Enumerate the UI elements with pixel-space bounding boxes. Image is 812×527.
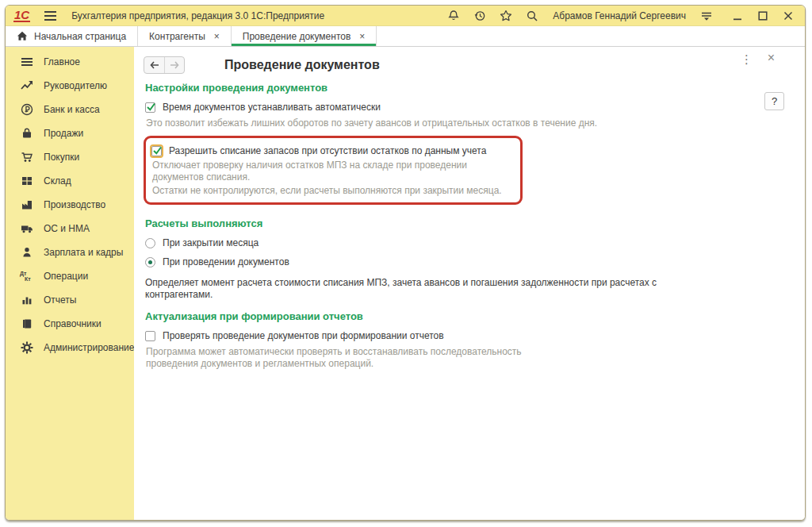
favorites-star-icon[interactable] xyxy=(499,9,513,23)
sidebar-item-label: Зарплата и кадры xyxy=(44,247,123,258)
radio-selected-icon[interactable] xyxy=(145,257,155,267)
current-user-name[interactable]: Абрамов Геннадий Сергеевич xyxy=(553,10,686,21)
sidebar-item-label: Склад xyxy=(44,175,71,187)
sidebar-item-prodazhi[interactable]: Продажи xyxy=(6,121,134,145)
back-button[interactable] xyxy=(144,57,164,73)
page-title: Проведение документов xyxy=(224,58,380,72)
factory-icon xyxy=(20,198,33,211)
home-icon xyxy=(17,31,28,41)
radio-month-close[interactable]: При закрытии месяца xyxy=(145,236,805,250)
sidebar-item-label: Справочники xyxy=(44,318,102,329)
sidebar-item-administrirovanie[interactable]: Администрирование xyxy=(6,336,134,360)
help-button[interactable]: ? xyxy=(764,92,784,110)
more-menu-icon[interactable]: ⋮ xyxy=(741,53,753,65)
sidebar-item-sklad[interactable]: Склад xyxy=(6,169,134,193)
bar-chart-icon xyxy=(20,294,33,306)
sidebar-item-label: Продажи xyxy=(44,128,83,139)
close-panel-icon[interactable]: × xyxy=(768,52,775,64)
radio-on-posting[interactable]: При проведении документов xyxy=(145,255,805,269)
forward-button[interactable] xyxy=(164,57,184,73)
trend-chart-icon xyxy=(20,79,33,92)
sidebar-item-operacii[interactable]: Дт Кт Операции xyxy=(6,264,134,288)
radio-label: При проведении документов xyxy=(163,256,289,267)
checkbox-checked-icon[interactable] xyxy=(145,102,155,113)
checkbox-unchecked-icon[interactable] xyxy=(145,331,155,341)
maximize-button[interactable] xyxy=(756,9,770,23)
window-title: Бухгалтерия предприятия, редакция 3.0 1С… xyxy=(71,10,324,21)
sidebar-item-label: Операции xyxy=(44,271,88,282)
hint-allow-writeoff-line1: Отключает проверку наличия остатков МПЗ … xyxy=(152,160,515,183)
tab-kontragenty[interactable]: Контрагенты × xyxy=(138,26,232,46)
sidebar-item-rukovoditelyu[interactable]: Руководителю xyxy=(6,74,134,98)
checkbox-checked-icon[interactable] xyxy=(151,146,162,156)
calc-section-description: Определяет момент расчета стоимости спис… xyxy=(145,277,704,301)
sidebar-item-label: Покупки xyxy=(44,152,79,163)
checkbox-label: Разрешить списание запасов при отсутстви… xyxy=(169,145,486,156)
tab-close-icon[interactable]: × xyxy=(359,31,365,42)
sidebar-item-spravochniki[interactable]: Справочники xyxy=(6,312,134,336)
credit-glyph: Кт xyxy=(25,276,31,282)
sidebar-item-os-i-nma[interactable]: ОС и НМА xyxy=(6,217,134,240)
truck-icon xyxy=(20,222,33,235)
sidebar-item-label: Руководителю xyxy=(44,80,107,91)
highlight-annotation-box: Разрешить списание запасов при отсутстви… xyxy=(144,136,523,205)
tab-home[interactable]: Начальная страница xyxy=(6,26,138,46)
hint-allow-writeoff-line2: Остатки не контролируются, если расчеты … xyxy=(152,185,515,197)
sections-sidebar: Главное Руководителю Банк и касса Продаж… xyxy=(6,47,134,521)
sidebar-item-label: Отчеты xyxy=(44,294,76,306)
shopping-cart-icon xyxy=(20,151,33,163)
history-nav-buttons xyxy=(144,56,185,74)
checkbox-label: Проверять проведение документов при форм… xyxy=(163,330,444,341)
warehouse-grid-icon xyxy=(20,175,33,187)
close-window-button[interactable] xyxy=(781,9,795,23)
app-window: 1С Бухгалтерия предприятия, редакция 3.0… xyxy=(5,5,806,521)
posting-settings-panel: Проведение документов ⋮ × ? Настройки пр… xyxy=(134,47,805,521)
checkbox-allow-writeoff[interactable]: Разрешить списание запасов при отсутстви… xyxy=(151,144,515,158)
sidebar-item-label: Главное xyxy=(44,56,80,67)
gear-icon xyxy=(20,341,33,354)
tab-kontragenty-label: Контрагенты xyxy=(149,31,205,42)
minimize-button[interactable] xyxy=(730,9,745,23)
person-icon xyxy=(20,246,33,259)
checkbox-auto-time[interactable]: Время документов устанавливать автоматич… xyxy=(145,100,805,114)
book-icon xyxy=(20,317,33,330)
tab-home-label: Начальная страница xyxy=(34,31,126,42)
service-menu-icon[interactable] xyxy=(699,9,714,23)
section-heading-actualization: Актуализация при формировании отчетов xyxy=(145,310,805,322)
sidebar-item-label: Банк и касса xyxy=(44,104,100,115)
checkbox-verify-posting[interactable]: Проверять проведение документов при форм… xyxy=(145,329,805,343)
hint-auto-time: Это позволит избежать лишних оборотов по… xyxy=(146,117,805,129)
hint-verify-posting: Программа может автоматически проверять … xyxy=(146,346,570,370)
shopping-bag-icon xyxy=(20,127,33,140)
notifications-bell-icon[interactable] xyxy=(446,9,461,23)
section-heading-settings: Настройки проведения документов xyxy=(145,82,805,94)
tab-provedenie-label: Проведение документов xyxy=(243,31,351,42)
debit-glyph: Дт xyxy=(20,271,26,276)
radio-unselected-icon[interactable] xyxy=(145,238,155,248)
1c-logo: 1С xyxy=(13,10,30,22)
tab-bar: Начальная страница Контрагенты × Проведе… xyxy=(6,26,805,47)
tab-close-icon[interactable]: × xyxy=(214,31,220,42)
ruble-circle-icon xyxy=(20,103,33,116)
sidebar-item-otchety[interactable]: Отчеты xyxy=(6,288,134,312)
section-heading-calculations: Расчеты выполняются xyxy=(145,217,805,229)
sidebar-item-pokupki[interactable]: Покупки xyxy=(6,145,134,169)
sidebar-item-zarplata-i-kadry[interactable]: Зарплата и кадры xyxy=(6,240,134,264)
sidebar-item-label: ОС и НМА xyxy=(44,223,90,234)
sidebar-item-bank-i-kassa[interactable]: Банк и касса xyxy=(6,98,134,121)
debit-credit-icon: Дт Кт xyxy=(20,270,33,283)
main-menu-icon[interactable] xyxy=(43,9,57,23)
sidebar-item-label: Производство xyxy=(44,199,105,210)
checkbox-label: Время документов устанавливать автоматич… xyxy=(163,102,381,113)
radio-label: При закрытии месяца xyxy=(163,237,259,248)
tab-provedenie-dokumentov[interactable]: Проведение документов × xyxy=(232,26,377,46)
title-bar: 1С Бухгалтерия предприятия, редакция 3.0… xyxy=(6,6,805,26)
main-menu-icon xyxy=(20,56,33,68)
sidebar-item-glavnoe[interactable]: Главное xyxy=(6,50,134,74)
history-icon[interactable] xyxy=(473,9,487,23)
sidebar-item-label: Администрирование xyxy=(44,342,134,353)
search-icon[interactable] xyxy=(525,9,539,23)
sidebar-item-proizvodstvo[interactable]: Производство xyxy=(6,193,134,217)
